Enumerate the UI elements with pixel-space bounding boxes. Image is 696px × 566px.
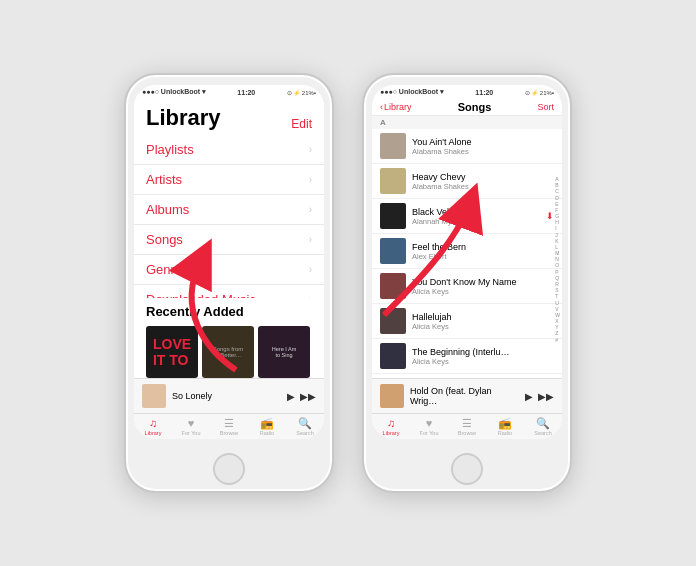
right-tab-browse[interactable]: ☰ Browse [448,414,486,439]
song-info: Black Velvet Alannah Myles [412,207,540,226]
browse-icon: ☰ [224,418,234,429]
song-item-1[interactable]: You Ain't Alone Alabama Shakes [372,129,562,164]
right-battery: ⊙ ⚡ 21%▪ [525,89,554,96]
nav-playlists[interactable]: Playlists › [134,135,324,165]
tab-library-label: Library [383,430,400,436]
radio-icon: 📻 [260,418,274,429]
right-play-button[interactable]: ▶ [525,391,533,402]
song-name: Feel the Bern [412,242,554,252]
right-mini-title: Hold On (feat. Dylan Wrig… [410,386,519,406]
song-item-6[interactable]: Hallelujah Alicia Keys [372,304,562,339]
tab-search-label: Search [296,430,313,436]
nav-artists[interactable]: Artists › [134,165,324,195]
tab-radio[interactable]: 📻 Radio [248,414,286,439]
song-name: Heavy Chevy [412,172,554,182]
tab-for-you-label: For You [420,430,439,436]
nav-genres[interactable]: Genres › [134,255,324,285]
right-tab-bar: ♫ Library ♥ For You ☰ Browse 📻 Radio 🔍 [372,413,562,439]
song-name: You Ain't Alone [412,137,554,147]
mini-player-controls: ▶ ▶▶ [287,391,316,402]
right-time: 11:20 [475,89,493,96]
heart-icon: ♥ [188,418,195,429]
tab-for-you[interactable]: ♥ For You [172,414,210,439]
right-tab-search[interactable]: 🔍 Search [524,414,562,439]
left-phone-inner: ●●●○ UnlockBoot ▾ 11:20 ⊙ ⚡ 21%▪ Library… [134,85,324,439]
song-info: Hallelujah Alicia Keys [412,312,554,331]
library-title: Library [146,105,221,131]
right-phone-inner: ●●●○ UnlockBoot ▾ 11:20 ⊙ ⚡ 21%▪ ‹ Libra… [372,85,562,439]
song-artist: Alicia Keys [412,287,554,296]
song-artist: Alannah Myles [412,217,540,226]
tab-search[interactable]: 🔍 Search [286,414,324,439]
album-art-2: Songs froma Better... [202,326,254,378]
song-item-8[interactable]: The Gospel Alicia Keys [372,374,562,378]
song-name: Hallelujah [412,312,554,322]
song-art [380,308,406,334]
left-tab-bar: ♫ Library ♥ For You ☰ Browse 📻 Radio 🔍 [134,413,324,439]
song-art [380,168,406,194]
right-mini-controls: ▶ ▶▶ [525,391,554,402]
tab-library[interactable]: ♫ Library [134,414,172,439]
icloud-icon: ⬇ [546,211,554,221]
nav-downloaded[interactable]: Downloaded Music › [134,285,324,298]
sort-button[interactable]: Sort [537,102,554,112]
song-item-5[interactable]: You Don't Know My Name Alicia Keys [372,269,562,304]
search-icon: 🔍 [298,418,312,429]
song-name: Black Velvet [412,207,540,217]
songs-title: Songs [412,101,538,113]
song-artist: Alicia Keys [412,357,554,366]
song-artist: Alabama Shakes [412,147,554,156]
song-art [380,343,406,369]
play-button[interactable]: ▶ [287,391,295,402]
song-artist: Alabama Shakes [412,182,554,191]
left-carrier: ●●●○ UnlockBoot ▾ [142,88,206,96]
tab-radio-label: Radio [260,430,274,436]
song-item-4[interactable]: Feel the Bern Alex Ebert [372,234,562,269]
right-tab-radio[interactable]: 📻 Radio [486,414,524,439]
mini-player[interactable]: So Lonely ▶ ▶▶ [134,378,324,413]
tab-browse[interactable]: ☰ Browse [210,414,248,439]
edit-button[interactable]: Edit [291,117,312,131]
tab-search-label: Search [534,430,551,436]
album-art-1: LOVEIT TO [146,326,198,378]
library-icon: ♫ [149,418,157,429]
search-icon: 🔍 [536,418,550,429]
mini-player-title: So Lonely [172,391,281,401]
song-item-3[interactable]: Black Velvet Alannah Myles ⬇ [372,199,562,234]
main-container: ●●●○ UnlockBoot ▾ 11:20 ⊙ ⚡ 21%▪ Library… [124,73,572,493]
right-carrier: ●●●○ UnlockBoot ▾ [380,88,444,96]
library-header: Library Edit [134,97,324,135]
chevron-icon: › [309,204,312,215]
home-button[interactable] [213,453,245,485]
next-button[interactable]: ▶▶ [300,391,316,402]
album-art-3: Here I Amto Sing [258,326,310,378]
tab-for-you-label: For You [182,430,201,436]
song-item-2[interactable]: Heavy Chevy Alabama Shakes [372,164,562,199]
browse-icon: ☰ [462,418,472,429]
right-tab-for-you[interactable]: ♥ For You [410,414,448,439]
song-item-7[interactable]: The Beginning (Interlu… Alicia Keys [372,339,562,374]
tab-browse-label: Browse [220,430,238,436]
songs-header: ‹ Library Songs Sort [372,97,562,116]
song-info: Heavy Chevy Alabama Shakes [412,172,554,191]
right-mini-player[interactable]: Hold On (feat. Dylan Wrig… ▶ ▶▶ [372,378,562,413]
song-name: You Don't Know My Name [412,277,554,287]
left-screen: Library Edit Playlists › Artists › Album… [134,97,324,378]
song-info: Feel the Bern Alex Ebert [412,242,554,261]
heart-icon: ♥ [426,418,433,429]
recently-added-title: Recently Added [134,298,324,322]
chevron-icon: › [309,174,312,185]
nav-songs[interactable]: Songs › [134,225,324,255]
section-letter-a: A [372,116,562,129]
songs-list: You Ain't Alone Alabama Shakes Heavy Che… [372,129,562,378]
back-button[interactable]: ‹ Library [380,102,412,112]
right-next-button[interactable]: ▶▶ [538,391,554,402]
right-tab-library[interactable]: ♫ Library [372,414,410,439]
nav-albums[interactable]: Albums › [134,195,324,225]
album-row: LOVEIT TO Songs froma Better... Here I A… [134,326,324,378]
left-battery: ⊙ ⚡ 21%▪ [287,89,316,96]
alpha-index: A B C D E F G H I J K L M N O P Q [555,176,560,343]
song-info: You Ain't Alone Alabama Shakes [412,137,554,156]
song-info: You Don't Know My Name Alicia Keys [412,277,554,296]
right-home-button[interactable] [451,453,483,485]
